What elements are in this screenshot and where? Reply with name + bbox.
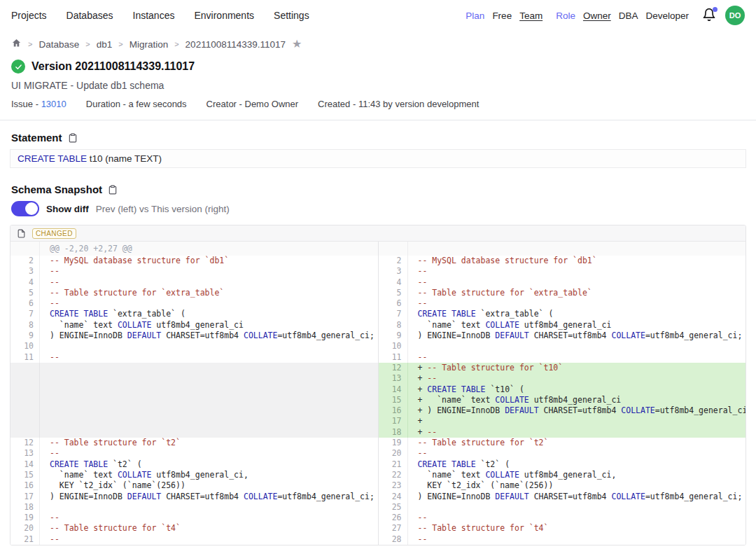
- code-segment: CREATE TABLE: [50, 309, 108, 319]
- code-segment: `t2` (: [476, 459, 510, 469]
- code-line-right: --: [408, 513, 746, 523]
- nav-item-projects[interactable]: Projects: [11, 10, 47, 21]
- line-number-right: 18: [379, 427, 408, 438]
- code-line-left: [40, 341, 379, 352]
- line-number-left: [10, 242, 40, 256]
- code-segment: CHARSET=utf8mb4: [161, 492, 244, 501]
- code-segment: --: [427, 427, 437, 437]
- copy-statement-icon[interactable]: [68, 133, 78, 143]
- meta-issue: Issue - 13010: [11, 99, 66, 109]
- role-option-developer[interactable]: Developer: [645, 11, 689, 21]
- code-segment: =utf8mb4_general_ci;: [655, 405, 746, 415]
- code-segment: + ) ENGINE=InnoDB: [418, 405, 505, 415]
- line-number-left: [10, 363, 40, 373]
- code-segment: --: [50, 266, 59, 276]
- breadcrumb-version[interactable]: 20211008114339.11017: [186, 39, 286, 50]
- diff-row: 13--20--: [10, 448, 746, 459]
- avatar[interactable]: DO: [725, 6, 745, 25]
- line-number-right: 22: [379, 470, 408, 480]
- code-line-right: -- Table structure for `t4`: [408, 523, 746, 534]
- code-segment: CHARSET=utf8mb4: [161, 331, 244, 340]
- line-number-left: 13: [10, 448, 40, 459]
- code-segment: -- Table structure for `t10`: [427, 363, 563, 373]
- issue-link[interactable]: 13010: [41, 99, 66, 109]
- issue-label: Issue -: [11, 99, 38, 109]
- plan-option-free[interactable]: Free: [492, 11, 512, 21]
- code-segment: CREATE TABLE: [418, 309, 476, 319]
- diff-row: 15+ `name` text COLLATE utf8mb4_general_…: [10, 395, 746, 405]
- diff-row: 4--4--: [10, 277, 746, 288]
- code-segment: -- Table structure for `extra_table`: [50, 288, 224, 298]
- code-line-right: + --: [408, 427, 746, 438]
- plan-option-team[interactable]: Team: [519, 11, 542, 21]
- nav-item-environments[interactable]: Environments: [194, 10, 254, 21]
- line-number-left: 9: [10, 331, 40, 341]
- nav-item-databases[interactable]: Databases: [66, 10, 113, 21]
- breadcrumb-database[interactable]: Database: [38, 39, 79, 50]
- nav-item-settings[interactable]: Settings: [274, 10, 309, 21]
- home-icon[interactable]: [11, 38, 22, 50]
- show-diff-toggle[interactable]: [11, 201, 39, 216]
- code-line-right: --: [408, 277, 746, 288]
- role-option-dba[interactable]: DBA: [619, 11, 638, 21]
- line-number-right: 7: [379, 309, 408, 319]
- code-line-right: `name` text COLLATE utf8mb4_general_ci: [408, 320, 746, 331]
- code-segment: COLLATE: [621, 405, 654, 415]
- line-number-right: 19: [379, 438, 408, 448]
- nav-links: Projects Databases Instances Environment…: [11, 10, 309, 21]
- line-number-right: 4: [379, 277, 408, 288]
- copy-schema-icon[interactable]: [108, 185, 118, 195]
- diff-row: 16+ ) ENGINE=InnoDB DEFAULT CHARSET=utf8…: [10, 405, 746, 416]
- statement-sql: CREATE TABLE t10 (name TEXT): [10, 149, 746, 168]
- code-line-left: --: [40, 513, 379, 523]
- code-line-left: `name` text COLLATE utf8mb4_general_ci,: [40, 470, 379, 480]
- diff-row: 17+: [10, 416, 746, 426]
- code-segment: utf8mb4_general_ci,: [151, 470, 248, 480]
- page-title: Version 20211008114339.11017: [31, 60, 195, 73]
- line-number-left: [10, 373, 40, 384]
- breadcrumb-migration[interactable]: Migration: [130, 39, 169, 50]
- line-number-right: 12: [379, 363, 408, 373]
- version-subtitle: UI MIGRATE - Update db1 schema: [11, 80, 745, 91]
- code-line-right: KEY `t2_idx` (`name`(256)): [408, 480, 746, 491]
- code-line-right: + ) ENGINE=InnoDB DEFAULT CHARSET=utf8mb…: [408, 405, 746, 416]
- code-line-right: --: [408, 448, 746, 459]
- line-number-right: 17: [379, 416, 408, 426]
- line-number-right: 10: [379, 341, 408, 352]
- diff-row: 11--11--: [10, 352, 746, 363]
- line-number-left: 17: [10, 492, 40, 502]
- breadcrumb-db1[interactable]: db1: [97, 39, 113, 50]
- code-segment: CREATE TABLE: [427, 384, 485, 394]
- diff-row: 16 KEY `t2_idx` (`name`(256))23 KEY `t2_…: [10, 480, 746, 491]
- notification-bell-icon[interactable]: [702, 8, 718, 23]
- breadcrumb-chevron-icon: >: [28, 40, 32, 48]
- code-line-right: +: [408, 416, 746, 426]
- diff-header: CHANGED: [10, 225, 746, 242]
- code-line-right: --: [408, 352, 746, 363]
- code-segment: -- MySQL database structure for `db1`: [50, 256, 229, 265]
- code-segment: -- Table structure for `t2`: [418, 438, 549, 447]
- role-option-owner[interactable]: Owner: [583, 11, 611, 21]
- code-line-left: [40, 384, 379, 395]
- line-number-left: 10: [10, 341, 40, 352]
- code-line-left: [40, 405, 379, 416]
- line-number-right: 20: [379, 448, 408, 459]
- code-segment: COLLATE: [118, 470, 151, 480]
- nav-item-instances[interactable]: Instances: [133, 10, 175, 21]
- diff-row: 14CREATE TABLE `t2` (21CREATE TABLE `t2`…: [10, 459, 746, 470]
- diff-row: 13+ --: [10, 373, 746, 384]
- line-number-right: 11: [379, 352, 408, 363]
- line-number-left: 6: [10, 298, 40, 309]
- line-number-right: 6: [379, 298, 408, 309]
- breadcrumb-chevron-icon: >: [118, 40, 122, 48]
- code-segment: `t2` (: [108, 459, 141, 469]
- code-segment: utf8mb4_general_ci: [519, 320, 612, 330]
- diff-row: 8 `name` text COLLATE utf8mb4_general_ci…: [10, 320, 746, 331]
- diff-row: 19--26--: [10, 513, 746, 523]
- code-segment: --: [50, 513, 59, 522]
- code-segment: `name` text: [50, 470, 118, 480]
- favorite-star-icon[interactable]: ★: [292, 39, 302, 50]
- diff-row: 18+ --: [10, 427, 746, 438]
- code-segment: --: [418, 266, 428, 276]
- line-number-left: 8: [10, 320, 40, 331]
